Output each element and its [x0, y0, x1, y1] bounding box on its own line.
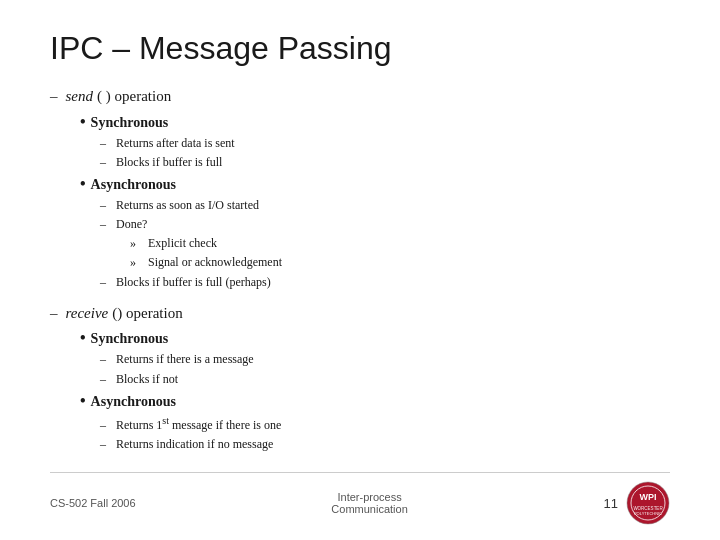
footer-center: Inter-process Communication — [331, 491, 407, 515]
sub-item: – Blocks if buffer is full — [100, 153, 670, 172]
slide-content: – send ( ) operation • Synchronous – Ret… — [50, 85, 670, 464]
sub-sub-item: » Explicit check — [130, 234, 670, 253]
sub-item-text: Returns as soon as I/O started — [116, 196, 259, 215]
sub-item: – Returns after data is sent — [100, 134, 670, 153]
section-receive: – receive () operation • Synchronous – R… — [50, 302, 670, 454]
send-keyword: send — [66, 85, 94, 108]
section-receive-rest: () operation — [112, 302, 182, 325]
sub-item: – Blocks if buffer is full (perhaps) — [100, 273, 670, 292]
sub-item-text: Returns after data is sent — [116, 134, 235, 153]
footer-course: CS-502 Fall 2006 — [50, 497, 136, 509]
page-number: 11 — [604, 496, 618, 511]
receive-sync-sub-items: – Returns if there is a message – Blocks… — [100, 350, 670, 388]
sub-item: – Returns 1st message if there is one — [100, 413, 670, 435]
sub-item-text: Done? — [116, 215, 147, 234]
sub-item-text: Returns if there is a message — [116, 350, 254, 369]
section-send: – send ( ) operation • Synchronous – Ret… — [50, 85, 670, 292]
dash-send: – — [50, 85, 58, 108]
bullet-send-async: • Asynchronous – Returns as soon as I/O … — [80, 174, 670, 292]
explicit-check: Explicit check — [148, 234, 217, 253]
sub-item: – Returns if there is a message — [100, 350, 670, 369]
receive-keyword: receive — [66, 302, 109, 325]
signal-ack: Signal or acknowledgement — [148, 253, 282, 272]
sub-sub-items: » Explicit check » Signal or acknowledge… — [130, 234, 670, 272]
bullet-send-sync: • Synchronous – Returns after data is se… — [80, 112, 670, 172]
async-label-2: Asynchronous — [91, 391, 176, 412]
async-sub-items: – Returns as soon as I/O started – Done?… — [100, 196, 670, 292]
bullet-send-sync-label: • Synchronous — [80, 112, 670, 133]
section-send-header: – send ( ) operation — [50, 85, 670, 108]
svg-point-0 — [627, 482, 669, 524]
bullet-receive-async-label: • Asynchronous — [80, 391, 670, 412]
async-label: Asynchronous — [91, 174, 176, 195]
receive-async-sub-items: – Returns 1st message if there is one – … — [100, 413, 670, 454]
bullet-receive-sync: • Synchronous – Returns if there is a me… — [80, 328, 670, 388]
svg-text:POLYTECHNIC: POLYTECHNIC — [634, 511, 662, 516]
section-receive-header: – receive () operation — [50, 302, 670, 325]
footer-center-line2: Communication — [331, 503, 407, 515]
bullet-receive-sync-label: • Synchronous — [80, 328, 670, 349]
sub-item-text: Blocks if buffer is full (perhaps) — [116, 273, 271, 292]
sub-item: – Returns as soon as I/O started — [100, 196, 670, 215]
section-send-rest: ( ) operation — [97, 85, 171, 108]
bullet-dot-async: • — [80, 176, 86, 192]
svg-text:WPI: WPI — [640, 492, 657, 502]
wpi-logo: WPI WORCESTER POLYTECHNIC — [626, 481, 670, 525]
sub-item-text: Blocks if buffer is full — [116, 153, 222, 172]
sub-item-text: Returns 1st message if there is one — [116, 413, 281, 435]
sync-label-2: Synchronous — [91, 328, 169, 349]
sub-item-text: Blocks if not — [116, 370, 178, 389]
sub-item: – Blocks if not — [100, 370, 670, 389]
slide: IPC – Message Passing – send ( ) operati… — [0, 0, 720, 540]
sub-item-done: – Done? — [100, 215, 670, 234]
slide-title: IPC – Message Passing — [50, 30, 670, 67]
slide-footer: CS-502 Fall 2006 Inter-process Communica… — [50, 472, 670, 525]
sync-label: Synchronous — [91, 112, 169, 133]
sub-item: – Returns indication if no message — [100, 435, 670, 454]
footer-right: 11 WPI WORCESTER POLYTECHNIC — [604, 481, 670, 525]
bullet-send-async-label: • Asynchronous — [80, 174, 670, 195]
bullet-receive-async: • Asynchronous – Returns 1st message if … — [80, 391, 670, 454]
dash-receive: – — [50, 302, 58, 325]
footer-center-line1: Inter-process — [337, 491, 401, 503]
bullet-dot-sync: • — [80, 114, 86, 130]
sub-item-text: Returns indication if no message — [116, 435, 273, 454]
sub-sub-item: » Signal or acknowledgement — [130, 253, 670, 272]
sync-sub-items: – Returns after data is sent – Blocks if… — [100, 134, 670, 172]
